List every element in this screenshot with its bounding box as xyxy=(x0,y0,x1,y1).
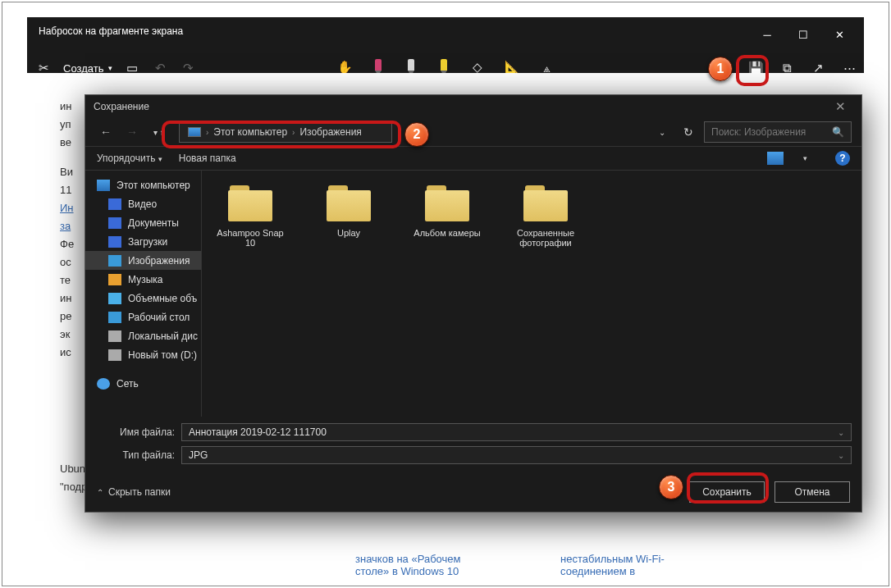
nav-up-icon[interactable]: ▾ ↑ xyxy=(148,121,169,143)
desk-icon xyxy=(108,312,121,323)
new-folder-button[interactable]: Новая папка xyxy=(179,153,236,164)
organize-button[interactable]: Упорядочить ▾ xyxy=(97,153,162,164)
folder-item[interactable]: Uplay xyxy=(312,182,386,238)
tree-item[interactable]: Сеть xyxy=(85,374,201,393)
chevron-icon: › xyxy=(206,128,208,137)
search-input[interactable]: Поиск: Изображения 🔍 xyxy=(704,121,852,143)
nav-forward-icon[interactable]: → xyxy=(121,121,143,143)
folder-icon xyxy=(225,182,276,223)
tree-item[interactable]: Рабочий стол xyxy=(85,308,201,326)
hide-folders-button[interactable]: ⌃Скрыть папки xyxy=(97,486,171,498)
tree-item[interactable]: Изображения xyxy=(85,251,201,270)
cancel-button[interactable]: Отмена xyxy=(774,481,850,503)
tree-item[interactable]: Объемные объ xyxy=(85,289,201,308)
window-controls: ─ ☐ ✕ xyxy=(749,22,857,47)
folder-item[interactable]: Альбом камеры xyxy=(410,182,484,238)
folder-tree: Этот компьютерВидеоДокументыЗагрузкиИзоб… xyxy=(85,171,202,417)
tree-item[interactable]: Новый том (D:) xyxy=(85,345,201,364)
help-icon[interactable]: ? xyxy=(835,151,850,166)
folder-icon xyxy=(520,182,571,223)
search-icon: 🔍 xyxy=(832,126,844,138)
files-pane: Ashampoo Snap 10UplayАльбом камерыСохран… xyxy=(202,171,861,417)
view-dropdown-icon[interactable]: ▾ xyxy=(803,154,807,162)
tree-item[interactable]: Локальный дис xyxy=(85,326,201,345)
tree-item[interactable]: Документы xyxy=(85,213,201,232)
pc-icon xyxy=(97,180,110,191)
mus-icon xyxy=(108,274,121,285)
refresh-icon[interactable]: ↻ xyxy=(678,121,699,143)
img-icon xyxy=(108,255,121,267)
tree-item[interactable]: Этот компьютер xyxy=(85,175,201,194)
chevron-icon: › xyxy=(292,128,295,137)
obj-icon xyxy=(108,293,121,304)
path-dropdown-icon[interactable]: ⌄ xyxy=(651,121,673,143)
save-dialog: Сохранение ✕ ← → ▾ ↑ › Этот компьютер › … xyxy=(85,94,862,513)
filetype-label: Тип файла: xyxy=(95,449,181,461)
callout-1: 1 xyxy=(708,57,733,81)
snip-title: Набросок на фрагменте экрана xyxy=(27,17,864,45)
nav-back-icon[interactable]: ← xyxy=(95,121,117,143)
drive-icon xyxy=(108,349,121,361)
folder-item[interactable]: Ashampoo Snap 10 xyxy=(213,182,287,248)
tree-item[interactable]: Музыка xyxy=(85,270,201,289)
callout-3: 3 xyxy=(659,475,683,499)
vid-icon xyxy=(108,198,121,210)
tree-item[interactable]: Видео xyxy=(85,194,201,213)
minimize-button[interactable]: ─ xyxy=(749,22,785,47)
dialog-nav: ← → ▾ ↑ › Этот компьютер › Изображения ⌄… xyxy=(85,118,861,146)
maximize-button[interactable]: ☐ xyxy=(785,22,821,47)
folder-icon xyxy=(422,182,473,223)
dialog-close-button[interactable]: ✕ xyxy=(824,95,857,118)
tree-item[interactable]: Загрузки xyxy=(85,232,201,251)
callout-2: 2 xyxy=(404,122,429,147)
close-button[interactable]: ✕ xyxy=(821,22,857,47)
filetype-select[interactable]: JPG ⌄ xyxy=(181,446,852,464)
chevron-down-icon: ⌄ xyxy=(838,428,844,437)
save-button[interactable]: Сохранить xyxy=(689,481,765,503)
dialog-title: Сохранение xyxy=(94,101,149,112)
chevron-down-icon: ⌄ xyxy=(838,451,844,460)
dl-icon xyxy=(108,236,121,248)
folder-icon xyxy=(323,182,374,223)
folder-item[interactable]: Сохраненные фотографии xyxy=(509,182,583,248)
view-icon[interactable] xyxy=(767,152,784,165)
filename-input[interactable]: Аннотация 2019-02-12 111700 ⌄ xyxy=(181,423,852,441)
chevron-down-icon: ▾ xyxy=(108,64,112,72)
doc-icon xyxy=(108,217,121,229)
path-box[interactable]: › Этот компьютер › Изображения xyxy=(179,121,392,143)
drive-icon xyxy=(108,330,121,342)
net-icon xyxy=(97,378,110,390)
pc-icon xyxy=(188,127,201,137)
filename-label: Имя файла: xyxy=(95,426,181,438)
